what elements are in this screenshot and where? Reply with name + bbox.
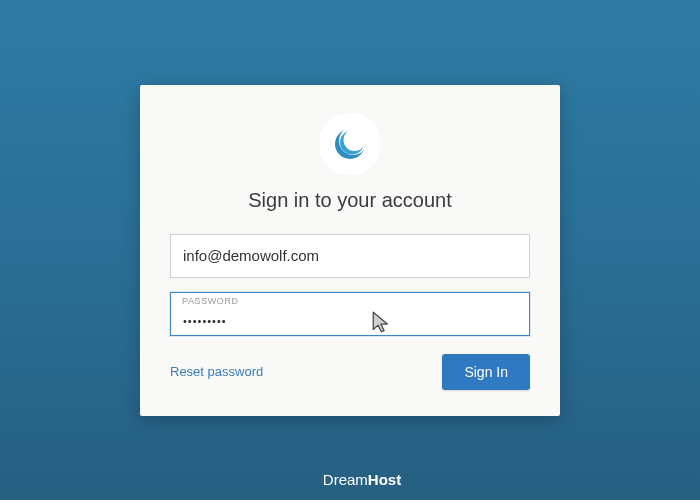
signin-button[interactable]: Sign In [442,354,530,390]
email-input[interactable] [170,234,530,278]
page-title: Sign in to your account [248,189,451,212]
actions-row: Reset password Sign In [170,354,530,390]
crescent-icon [299,470,317,488]
password-label: PASSWORD [182,296,239,306]
signin-card: Sign in to your account PASSWORD Reset p… [140,85,560,416]
svg-point-4 [344,129,366,151]
password-field-wrapper: PASSWORD [170,292,530,336]
reset-password-link[interactable]: Reset password [170,364,263,379]
email-field-wrapper [170,234,530,278]
crescent-icon [332,126,368,162]
footer-brand: DreamHost [0,470,700,488]
brand-logo [319,113,381,175]
brand-name: DreamHost [323,471,401,488]
